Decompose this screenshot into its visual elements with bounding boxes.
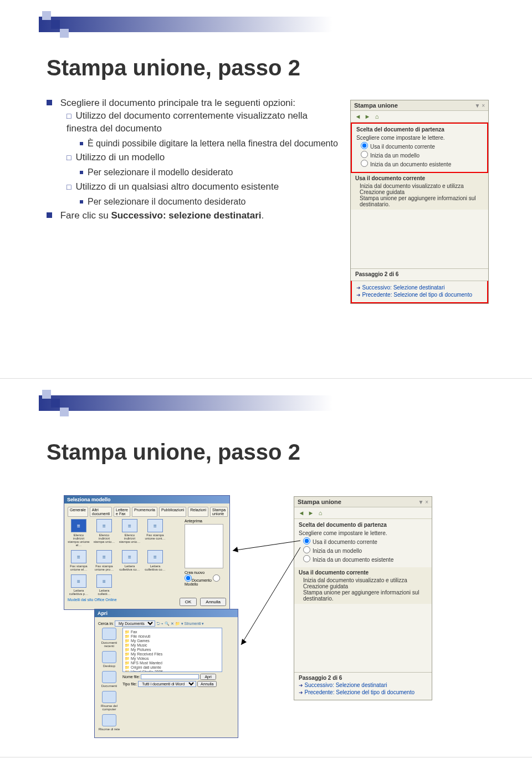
place-item[interactable]: Risorse di rete [98,714,120,731]
back-icon[interactable]: ◄ [354,113,362,120]
pane-footer: Passaggio 2 di 6 Successivo: Selezione d… [294,672,432,700]
taskpane-controls[interactable]: ▼ × [474,103,485,109]
template-item[interactable]: ≡Elenco indirizzi stampa unio… [93,519,115,547]
sub-heading: Usa il documento corrente [299,569,369,576]
filename-label: Nome file: [122,675,140,679]
bullet-l2: Utilizzo di un qualsiasi altro documento… [66,181,340,194]
dialog-tabs[interactable]: Generale Altri documenti Lettere e Fax P… [68,507,226,517]
file-item[interactable]: My Music [125,643,220,648]
taskpane-nav[interactable]: ◄ ► ⌂ [294,507,432,519]
taskpane-nav[interactable]: ◄ ► ⌂ [351,111,488,123]
home-icon[interactable]: ⌂ [373,113,381,120]
ok-button[interactable]: OK [180,598,197,606]
place-item[interactable]: Documenti [98,671,120,688]
file-item[interactable]: Origini dati utente [125,665,220,670]
header-accent [0,395,532,411]
look-in-select[interactable]: My Documents [115,620,155,627]
template-item[interactable]: ≡Lettera collettiva p… [68,574,90,596]
template-item[interactable]: ≡Fax stampa unione cont… [144,519,166,547]
bullet-l3: Per selezionare il modello desiderato [80,166,340,179]
place-item[interactable]: Documenti recenti [98,628,120,648]
tab[interactable]: Generale [68,507,88,517]
template-item[interactable]: ≡Fax stampa unione el… [68,550,90,571]
section-heading: Scelta del documento di partenza [299,522,427,528]
office-online-link[interactable]: Modelli dal sito Office Online [68,598,117,602]
file-item[interactable]: My Videos [125,657,220,661]
subsection: Usa il documento corrente Inizia dal doc… [294,567,432,604]
template-item[interactable]: ≡Lettera colletti… [93,574,115,596]
instruction-text: Scegliere come impostare le lettere. [299,530,427,536]
bullet-l2: Utilizzo del documento correntemente vis… [66,110,340,135]
home-icon[interactable]: ⌂ [316,509,324,517]
file-item[interactable]: My Games [125,639,220,643]
next-link[interactable]: Successivo: Selezione destinatari [299,682,427,688]
back-icon[interactable]: ◄ [298,509,305,517]
dialog-title: Seleziona modello [64,496,229,503]
tab[interactable]: Lettere e Fax [114,507,130,517]
tab[interactable]: Stampa unione [210,507,228,517]
instruction-text: Scegliere come impostare le lettere. [356,135,483,141]
radio-doc[interactable] [185,574,192,582]
template-item[interactable]: ≡Elenco indirizzi stampa unione el… [68,519,90,547]
tab[interactable]: Relazioni [188,507,208,517]
place-item[interactable]: Desktop [98,651,120,668]
section-heading: Scelta del documento di partenza [356,126,483,133]
tab[interactable]: Altri documenti [90,507,112,517]
highlight-start-doc: Scelta del documento di partenza Sceglie… [351,123,488,173]
slide-2: Stampa unione, passo 2 Seleziona modello… [0,379,532,757]
taskpane-controls[interactable]: ▼ × [418,499,428,505]
radio-from-existing[interactable]: Inizia da un documento esistente [303,555,427,563]
radio-from-template[interactable]: Inizia da un modello [303,546,427,554]
cancel-button[interactable]: Annulla [200,598,226,606]
next-link[interactable]: Successivo: Selezione destinatari [356,284,483,291]
file-item[interactable]: File ricevuti [125,634,220,639]
slide1-content: Scegliere il documento principale tra le… [47,97,340,225]
filename-input[interactable] [141,674,199,679]
open-button[interactable]: Apri [200,674,216,680]
tab[interactable]: Pubblicazioni [159,507,186,517]
radio-mod[interactable] [213,574,220,582]
template-item[interactable]: ≡Elenco indirizzi stampa unio… [119,519,141,547]
svg-line-0 [233,541,300,551]
highlight-nav-links: Successivo: Selezione destinatari Preced… [351,281,488,303]
tab[interactable]: Promemoria [132,507,157,517]
file-item[interactable]: Fax [125,630,220,634]
template-item[interactable]: ≡Lettera collettiva co… [119,550,141,571]
filetype-label: Tipo file: [122,682,137,686]
svg-marker-1 [233,547,238,552]
bullet-l1: Fare clic su Successivo: selezione desti… [47,210,340,222]
radio-from-existing[interactable]: Inizia da un documento esistente [361,160,483,167]
slide-1: Stampa unione, passo 2 Scegliere il docu… [0,0,532,379]
filetype-select[interactable]: Tutti i documenti di Word (*.doc; *.dot;… [138,681,196,687]
template-dialog: Seleziona modello Generale Altri documen… [64,495,230,610]
prev-link[interactable]: Precedente: Selezione del tipo di docume… [299,689,427,695]
place-item[interactable]: Risorse del computer [98,691,120,711]
file-item[interactable]: My Received Files [125,652,220,657]
file-item[interactable]: My Pictures [125,648,220,652]
preview-panel: Anteprima Crea nuovo Documento Modello [185,519,226,586]
bullet-l3: È quindi possibile digitare la lettera n… [80,138,340,150]
radio-use-current[interactable]: Usa il documento corrente [361,142,483,150]
toolbar-icons[interactable]: ⮌ ▾ 🔍 ✕ 📁 ▾ Strumenti ▾ [156,622,204,625]
file-list[interactable]: Fax File ricevuti My Games My Music My P… [122,628,222,672]
template-item[interactable]: ≡Lettera collettiva co… [144,550,166,571]
step-label: Passaggio 2 di 6 [299,675,342,681]
cancel-button[interactable]: Annulla [197,681,217,687]
places-bar: Documenti recenti Desktop Documenti Riso… [98,628,120,734]
forward-icon[interactable]: ► [307,509,315,517]
bullet-l1: Scegliere il documento principale tra le… [47,97,340,207]
svg-line-2 [241,547,300,645]
taskpane-title: Stampa unione ▼ × [294,497,432,507]
file-item[interactable]: Visual Studio 2005 [125,670,220,672]
radio-from-template[interactable]: Inizia da un modello [361,151,483,159]
sub-heading: Usa il documento corrente [355,175,425,181]
file-item[interactable]: NFS Most Wanted [125,661,220,665]
section-start-doc: Scelta del documento di partenza Sceglie… [294,519,432,567]
forward-icon[interactable]: ► [364,113,371,120]
radio-use-current[interactable]: Usa il documento corrente [303,537,427,545]
slide2-title: Stampa unione, passo 2 [47,440,300,465]
subsection: Usa il documento corrente Inizia dal doc… [351,173,488,210]
template-item[interactable]: ≡Fax stampa unione pro… [93,550,115,571]
svg-marker-3 [241,639,247,645]
prev-link[interactable]: Precedente: Selezione del tipo di docume… [356,292,483,298]
